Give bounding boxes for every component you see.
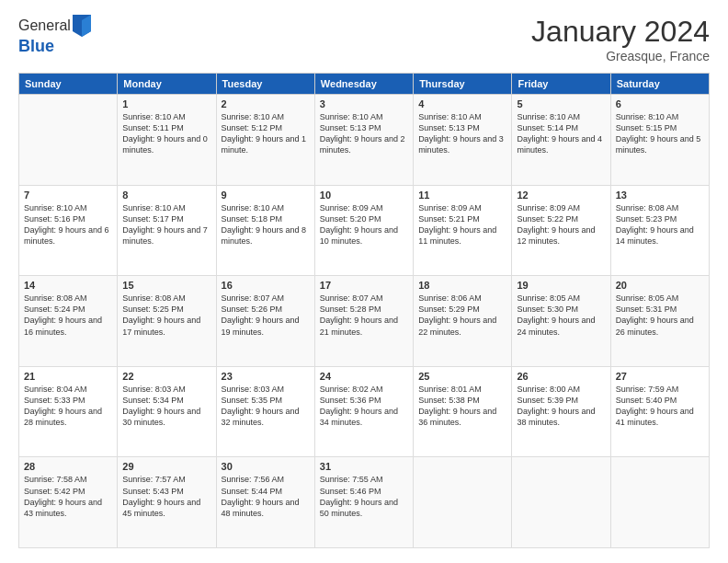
sunrise-text: Sunrise: 8:08 AM	[616, 202, 704, 213]
sunrise-text: Sunrise: 8:08 AM	[122, 293, 210, 304]
day-number: 18	[418, 280, 506, 291]
calendar-cell: 28 Sunrise: 7:58 AM Sunset: 5:42 PM Dayl…	[19, 457, 118, 548]
calendar-cell: 2 Sunrise: 8:10 AM Sunset: 5:12 PM Dayli…	[216, 95, 314, 186]
sunrise-text: Sunrise: 8:07 AM	[222, 293, 310, 304]
sunset-text: Sunset: 5:17 PM	[122, 213, 210, 224]
calendar-table: SundayMondayTuesdayWednesdayThursdayFrid…	[18, 73, 710, 548]
calendar-cell: 7 Sunrise: 8:10 AM Sunset: 5:16 PM Dayli…	[19, 185, 118, 276]
day-info: Sunrise: 8:03 AM Sunset: 5:35 PM Dayligh…	[222, 384, 310, 429]
sunrise-text: Sunrise: 8:10 AM	[222, 111, 310, 122]
page: General Blue January 2024 Greasque, Fran…	[0, 0, 728, 563]
sunset-text: Sunset: 5:39 PM	[517, 395, 605, 406]
day-info: Sunrise: 8:08 AM Sunset: 5:24 PM Dayligh…	[24, 293, 112, 338]
day-number: 1	[122, 98, 210, 109]
daylight-text: Daylight: 9 hours and 16 minutes.	[24, 315, 112, 337]
sunset-text: Sunset: 5:46 PM	[320, 486, 408, 497]
logo: General Blue	[18, 15, 91, 56]
sunset-text: Sunset: 5:23 PM	[616, 213, 704, 224]
day-info: Sunrise: 8:03 AM Sunset: 5:34 PM Dayligh…	[122, 384, 210, 429]
sunrise-text: Sunrise: 8:10 AM	[24, 202, 112, 213]
day-info: Sunrise: 7:58 AM Sunset: 5:42 PM Dayligh…	[24, 474, 112, 519]
day-number: 13	[616, 190, 704, 201]
daylight-text: Daylight: 9 hours and 24 minutes.	[517, 315, 605, 337]
day-info: Sunrise: 8:09 AM Sunset: 5:20 PM Dayligh…	[320, 202, 408, 247]
sunrise-text: Sunrise: 7:56 AM	[222, 474, 310, 485]
column-header-thursday: Thursday	[414, 74, 512, 95]
daylight-text: Daylight: 9 hours and 30 minutes.	[122, 406, 210, 428]
logo-general-text: General	[18, 17, 71, 34]
day-info: Sunrise: 7:57 AM Sunset: 5:43 PM Dayligh…	[122, 474, 210, 519]
day-number: 14	[24, 280, 112, 291]
calendar-cell: 22 Sunrise: 8:03 AM Sunset: 5:34 PM Dayl…	[118, 366, 216, 457]
daylight-text: Daylight: 9 hours and 0 minutes.	[122, 133, 210, 155]
daylight-text: Daylight: 9 hours and 5 minutes.	[616, 133, 704, 155]
sunrise-text: Sunrise: 8:10 AM	[517, 111, 605, 122]
header: General Blue January 2024 Greasque, Fran…	[18, 15, 710, 63]
sunrise-text: Sunrise: 8:08 AM	[24, 293, 112, 304]
daylight-text: Daylight: 9 hours and 19 minutes.	[222, 315, 310, 337]
sunset-text: Sunset: 5:31 PM	[616, 304, 704, 315]
daylight-text: Daylight: 9 hours and 12 minutes.	[517, 224, 605, 247]
sunset-text: Sunset: 5:43 PM	[122, 486, 210, 497]
calendar-cell	[414, 457, 512, 548]
sunrise-text: Sunrise: 7:55 AM	[320, 474, 408, 485]
daylight-text: Daylight: 9 hours and 22 minutes.	[418, 315, 506, 337]
calendar-cell: 21 Sunrise: 8:04 AM Sunset: 5:33 PM Dayl…	[19, 366, 118, 457]
sunrise-text: Sunrise: 8:01 AM	[418, 384, 506, 395]
daylight-text: Daylight: 9 hours and 14 minutes.	[616, 224, 704, 247]
day-info: Sunrise: 8:10 AM Sunset: 5:18 PM Dayligh…	[222, 202, 310, 247]
sunset-text: Sunset: 5:30 PM	[517, 304, 605, 315]
sunset-text: Sunset: 5:20 PM	[320, 213, 408, 224]
sunrise-text: Sunrise: 7:59 AM	[616, 384, 704, 395]
day-number: 27	[616, 371, 704, 382]
sunset-text: Sunset: 5:21 PM	[418, 213, 506, 224]
sunrise-text: Sunrise: 7:57 AM	[122, 474, 210, 485]
day-info: Sunrise: 8:07 AM Sunset: 5:28 PM Dayligh…	[320, 293, 408, 338]
day-number: 7	[24, 190, 112, 201]
daylight-text: Daylight: 9 hours and 21 minutes.	[320, 315, 408, 337]
calendar-cell: 25 Sunrise: 8:01 AM Sunset: 5:38 PM Dayl…	[414, 366, 512, 457]
day-info: Sunrise: 8:10 AM Sunset: 5:16 PM Dayligh…	[24, 202, 112, 247]
daylight-text: Daylight: 9 hours and 32 minutes.	[222, 406, 310, 428]
day-number: 6	[616, 98, 704, 109]
daylight-text: Daylight: 9 hours and 41 minutes.	[616, 406, 704, 428]
day-number: 15	[122, 280, 210, 291]
sunrise-text: Sunrise: 8:05 AM	[616, 293, 704, 304]
calendar-cell: 24 Sunrise: 8:02 AM Sunset: 5:36 PM Dayl…	[314, 366, 413, 457]
daylight-text: Daylight: 9 hours and 17 minutes.	[122, 315, 210, 337]
calendar-week-row: 1 Sunrise: 8:10 AM Sunset: 5:11 PM Dayli…	[19, 95, 710, 186]
day-info: Sunrise: 7:55 AM Sunset: 5:46 PM Dayligh…	[320, 474, 408, 519]
calendar-cell: 3 Sunrise: 8:10 AM Sunset: 5:13 PM Dayli…	[314, 95, 413, 186]
sunset-text: Sunset: 5:42 PM	[24, 486, 112, 497]
day-number: 11	[418, 190, 506, 201]
column-header-saturday: Saturday	[610, 74, 709, 95]
day-info: Sunrise: 8:08 AM Sunset: 5:25 PM Dayligh…	[122, 293, 210, 338]
day-number: 26	[517, 371, 605, 382]
sunset-text: Sunset: 5:22 PM	[517, 213, 605, 224]
day-number: 10	[320, 190, 408, 201]
calendar-cell: 19 Sunrise: 8:05 AM Sunset: 5:30 PM Dayl…	[512, 276, 610, 367]
day-info: Sunrise: 7:56 AM Sunset: 5:44 PM Dayligh…	[222, 474, 310, 519]
day-info: Sunrise: 8:05 AM Sunset: 5:31 PM Dayligh…	[616, 293, 704, 338]
day-number: 20	[616, 280, 704, 291]
day-info: Sunrise: 8:10 AM Sunset: 5:14 PM Dayligh…	[517, 111, 605, 156]
logo-blue-text: Blue	[18, 37, 54, 55]
calendar-cell: 11 Sunrise: 8:09 AM Sunset: 5:21 PM Dayl…	[414, 185, 512, 276]
sunrise-text: Sunrise: 8:10 AM	[122, 111, 210, 122]
day-info: Sunrise: 8:02 AM Sunset: 5:36 PM Dayligh…	[320, 384, 408, 429]
sunset-text: Sunset: 5:15 PM	[616, 122, 704, 133]
calendar-week-row: 14 Sunrise: 8:08 AM Sunset: 5:24 PM Dayl…	[19, 276, 710, 367]
calendar-cell: 29 Sunrise: 7:57 AM Sunset: 5:43 PM Dayl…	[118, 457, 216, 548]
day-number: 25	[418, 371, 506, 382]
day-number: 21	[24, 371, 112, 382]
day-info: Sunrise: 8:10 AM Sunset: 5:12 PM Dayligh…	[222, 111, 310, 156]
sunset-text: Sunset: 5:16 PM	[24, 213, 112, 224]
sunrise-text: Sunrise: 8:07 AM	[320, 293, 408, 304]
calendar-cell: 12 Sunrise: 8:09 AM Sunset: 5:22 PM Dayl…	[512, 185, 610, 276]
sunrise-text: Sunrise: 7:58 AM	[24, 474, 112, 485]
calendar-cell: 6 Sunrise: 8:10 AM Sunset: 5:15 PM Dayli…	[610, 95, 709, 186]
day-number: 3	[320, 98, 408, 109]
sunset-text: Sunset: 5:13 PM	[320, 122, 408, 133]
calendar-cell: 15 Sunrise: 8:08 AM Sunset: 5:25 PM Dayl…	[118, 276, 216, 367]
calendar-cell: 9 Sunrise: 8:10 AM Sunset: 5:18 PM Dayli…	[216, 185, 314, 276]
